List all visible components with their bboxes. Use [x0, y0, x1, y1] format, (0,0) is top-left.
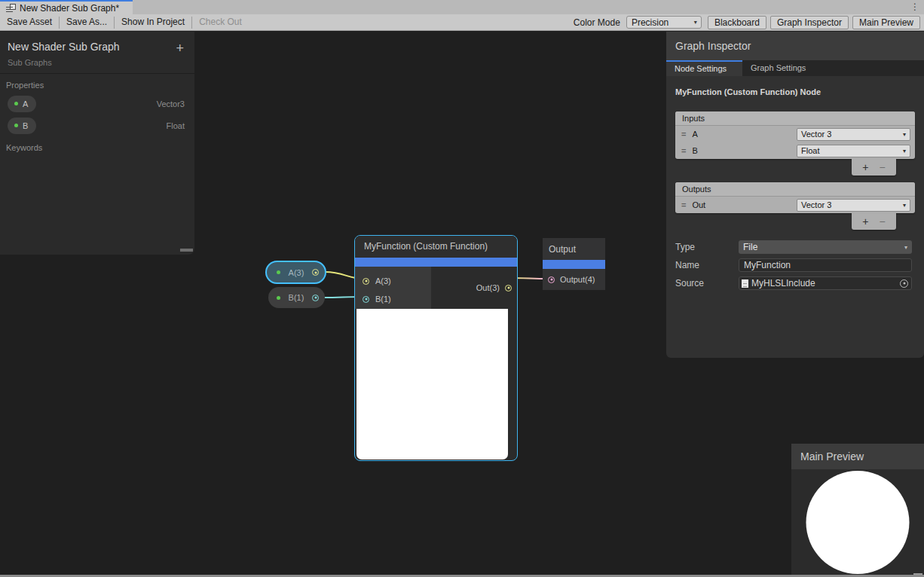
source-object-field[interactable]: MyHLSLInclude	[739, 276, 912, 290]
input-port-output[interactable]: Output(4)	[543, 269, 605, 290]
selected-node-header: MyFunction (Custom Function) Node	[675, 87, 912, 96]
tab-node-settings[interactable]: Node Settings	[666, 60, 742, 76]
input-type-dropdown[interactable]: Vector 3 ▾	[797, 128, 910, 141]
port-label: Output(4)	[560, 275, 595, 284]
file-icon	[742, 279, 748, 288]
port-label: B(1)	[375, 295, 391, 304]
output-port-icon[interactable]	[312, 295, 319, 301]
chevron-down-icon: ▾	[903, 131, 910, 138]
port-label: A(3)	[375, 276, 391, 285]
add-property-button[interactable]: +	[176, 42, 184, 54]
tab-title: New Shader Sub Graph*	[20, 3, 119, 14]
input-type-value: Float	[797, 146, 903, 155]
node-accent-bar	[355, 258, 517, 267]
add-input-button[interactable]: +	[862, 160, 868, 175]
object-picker-icon[interactable]	[900, 279, 908, 288]
show-in-project-button[interactable]: Show In Project	[115, 14, 191, 31]
output-node[interactable]: Output Output(4)	[543, 238, 605, 290]
output-port-out[interactable]: Out(3)	[431, 267, 517, 309]
main-preview-title: Main Preview	[791, 444, 924, 469]
inspector-body: MyFunction (Custom Function) Node Inputs…	[666, 87, 924, 290]
property-type: Vector3	[157, 99, 185, 108]
blackboard-toggle-button[interactable]: Blackboard	[708, 16, 766, 29]
blackboard-resize-handle[interactable]	[180, 249, 193, 252]
input-port-a[interactable]: A(3)	[355, 272, 431, 290]
port-label: Out(3)	[476, 283, 500, 292]
main-preview-panel: Main Preview	[791, 444, 924, 577]
tab-graph-settings[interactable]: Graph Settings	[742, 60, 814, 76]
blackboard-subtitle: Sub Graphs	[8, 58, 185, 67]
source-field-row: Source MyHLSLInclude	[675, 276, 912, 290]
tab-new-shader-sub-graph[interactable]: New Shader Sub Graph*	[0, 0, 133, 14]
input-name: A	[692, 130, 797, 139]
inputs-list-footer: + −	[852, 159, 896, 176]
drag-handle-icon[interactable]: =	[681, 146, 685, 155]
input-type-value: Vector 3	[797, 130, 903, 139]
type-field-row: Type File ▾	[675, 240, 912, 254]
property-type: Float	[167, 121, 185, 130]
color-mode-label: Color Mode	[568, 17, 626, 28]
color-mode-dropdown[interactable]: Precision ▾	[626, 16, 702, 29]
chevron-down-icon: ▾	[903, 148, 910, 154]
property-pill[interactable]: B	[8, 118, 36, 134]
type-value: File	[739, 242, 904, 252]
remove-output-button[interactable]: −	[880, 214, 886, 229]
chevron-down-icon: ▾	[904, 244, 912, 251]
graph-inspector-panel: Graph Inspector Node Settings Graph Sett…	[666, 32, 924, 358]
property-pill[interactable]: A	[8, 96, 36, 112]
drag-handle-icon[interactable]: =	[681, 200, 685, 209]
property-node-b[interactable]: B(1)	[268, 287, 325, 308]
output-port-icon[interactable]	[505, 285, 512, 292]
input-port-icon[interactable]	[363, 278, 369, 285]
save-as-button[interactable]: Save As...	[60, 14, 114, 31]
color-mode-value: Precision	[627, 17, 694, 28]
window-menu-icon[interactable]: ⋮	[910, 1, 919, 14]
property-row-b[interactable]: B Float	[0, 114, 194, 136]
main-preview-toggle-button[interactable]: Main Preview	[852, 16, 920, 29]
custom-function-node[interactable]: MyFunction (Custom Function) A(3) B(1) O…	[354, 235, 518, 461]
chevron-down-icon: ▾	[694, 19, 701, 26]
inputs-row-a[interactable]: = A Vector 3 ▾	[675, 126, 915, 142]
graph-toolbar: Save Asset Save As... Show In Project Ch…	[0, 14, 924, 31]
input-port-b[interactable]: B(1)	[355, 290, 431, 308]
source-label: Source	[675, 278, 739, 288]
remove-input-button[interactable]: −	[880, 160, 886, 175]
outputs-row-out[interactable]: = Out Vector 3 ▾	[675, 197, 915, 213]
node-title[interactable]: Output	[543, 238, 605, 260]
output-type-value: Vector 3	[797, 200, 903, 209]
property-row-a[interactable]: A Vector3	[0, 93, 194, 114]
add-output-button[interactable]: +	[862, 214, 868, 229]
main-preview-viewport[interactable]	[791, 469, 924, 577]
input-port-icon[interactable]	[548, 276, 555, 283]
source-value: MyHLSLInclude	[751, 278, 900, 288]
save-asset-button[interactable]: Save Asset	[0, 14, 59, 31]
blackboard-panel: New Shader Sub Graph Sub Graphs + Proper…	[0, 32, 194, 255]
output-port-icon[interactable]	[312, 269, 319, 276]
graph-inspector-toggle-button[interactable]: Graph Inspector	[770, 16, 849, 29]
tab-bar: New Shader Sub Graph* ⋮	[0, 0, 924, 14]
node-title[interactable]: MyFunction (Custom Function)	[355, 236, 517, 258]
exposed-dot-icon	[14, 124, 18, 127]
outputs-list-title: Outputs	[675, 182, 915, 197]
blackboard-header: New Shader Sub Graph Sub Graphs +	[0, 32, 194, 74]
shader-graph-window: New Shader Sub Graph* ⋮ Save Asset Save …	[0, 0, 924, 577]
outputs-list: Outputs = Out Vector 3 ▾	[675, 182, 915, 213]
type-label: Type	[675, 242, 739, 252]
input-name: B	[692, 146, 797, 155]
input-port-icon[interactable]	[363, 296, 369, 303]
inputs-row-b[interactable]: = B Float ▾	[675, 142, 915, 159]
name-field-row: Name MyFunction	[675, 258, 912, 272]
preview-sphere	[806, 471, 910, 574]
function-name-input[interactable]: MyFunction	[739, 258, 912, 272]
type-dropdown[interactable]: File ▾	[739, 240, 912, 254]
node-ports: A(3) B(1) Out(3)	[355, 267, 517, 309]
name-label: Name	[675, 260, 739, 270]
node-preview	[356, 309, 508, 459]
outputs-list-footer: + −	[852, 213, 896, 230]
drag-handle-icon[interactable]: =	[681, 130, 685, 139]
input-type-dropdown[interactable]: Float ▾	[797, 145, 910, 157]
exposed-dot-icon	[277, 270, 280, 274]
exposed-dot-icon	[277, 296, 280, 300]
property-node-a[interactable]: A(3)	[265, 261, 326, 284]
output-type-dropdown[interactable]: Vector 3 ▾	[797, 199, 910, 212]
